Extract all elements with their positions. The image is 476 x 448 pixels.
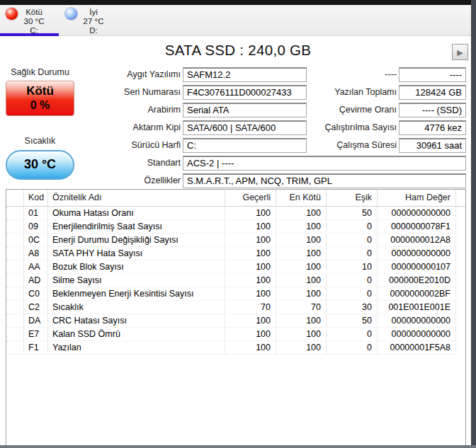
cell-worst: 100 — [276, 234, 327, 247]
drive-tab-c[interactable]: Kötü 30 °C C: — [0, 5, 60, 36]
info-field-label: Standart — [85, 156, 181, 171]
temperature-indicator[interactable]: 30 °C — [6, 150, 74, 180]
cell-raw: 0000000078F1 — [378, 220, 456, 234]
info-field-value: C: — [183, 138, 307, 153]
cell-current: 100 — [225, 287, 276, 301]
cell-kod: C2 — [24, 301, 48, 314]
table-header-filler — [456, 190, 465, 206]
temperature-section-label: Sıcaklık — [6, 136, 74, 146]
cell-raw: 000000000000 — [378, 207, 456, 220]
info-field-label: ---- — [301, 67, 397, 82]
cell-filler — [456, 207, 465, 220]
cell-filler — [456, 287, 465, 301]
table-row[interactable]: 0CEnerji Durumu Değişikliği Sayısı100100… — [6, 234, 465, 247]
table-body: 01Okuma Hatası Oranı10010050000000000000… — [6, 207, 465, 355]
cell-kod: DA — [24, 314, 48, 328]
info-field-label: Çalışma Süresi — [301, 138, 397, 153]
info-field-value: ---- — [399, 67, 466, 82]
smart-attribute-table: KodÖznitelik AdıGeçerliEn KötüEşikHam De… — [6, 189, 466, 446]
info-field-value: SAFM12.2 — [183, 67, 307, 82]
tab-temperature-label: 27 °C — [69, 17, 118, 26]
cell-worst: 100 — [276, 287, 327, 301]
info-field-label: Aygıt Yazılımı — [85, 67, 181, 82]
info-field-value: 30961 saat — [399, 138, 466, 153]
cell-threshold: 0 — [327, 287, 378, 301]
cell-current: 100 — [225, 247, 276, 260]
next-drive-button[interactable]: ▶ — [452, 44, 468, 60]
health-section-label: Sağlık Durumu — [6, 67, 74, 77]
cell-filler — [456, 247, 465, 260]
tab-status-label: Kötü — [10, 8, 58, 17]
cell-current: 100 — [225, 328, 276, 341]
info-field-value: Serial ATA — [183, 103, 307, 117]
cell-current: 100 — [225, 314, 276, 328]
cell-status-icon — [6, 247, 24, 260]
cell-worst: 70 — [276, 301, 327, 314]
cell-name: SATA PHY Hata Sayısı — [48, 247, 225, 260]
table-row[interactable]: C2Sıcaklık707030001E001E001E — [6, 301, 465, 314]
crystaldiskinfo-window: Kötü 30 °C C: İyi 27 °C D: SATA SSD : 24… — [0, 0, 476, 448]
cell-raw: 0000000012A8 — [378, 234, 456, 247]
table-header-current[interactable]: Geçerli — [225, 190, 276, 206]
table-row[interactable]: A8SATA PHY Hata Sayısı100100000000000000… — [6, 247, 465, 260]
table-row[interactable]: ADSilme Sayısı1001000000000E2010D — [6, 274, 465, 287]
cell-kod: AA — [24, 260, 48, 274]
table-row[interactable]: 09Enerjilendirilmiş Saat Sayısı100100000… — [6, 220, 465, 234]
table-header-row: KodÖznitelik AdıGeçerliEn KötüEşikHam De… — [6, 190, 465, 207]
info-field-value: F4C3076111D000027433 — [183, 85, 307, 100]
info-field-value: 4776 kez — [399, 120, 466, 135]
cell-current: 100 — [225, 341, 276, 355]
table-row[interactable]: F1Yazılan100100000000001F5A8 — [6, 341, 465, 355]
info-field-label: Çalıştırılma Sayısı — [301, 120, 397, 135]
cell-raw: 0000000002BF — [378, 287, 456, 301]
cell-name: Beklenmeyen Enerji Kesintisi Sayısı — [48, 287, 225, 301]
cell-raw: 00000001F5A8 — [378, 341, 456, 355]
table-row[interactable]: DACRC Hatası Sayısı10010050000000000000 — [6, 314, 465, 328]
table-row[interactable]: E7Kalan SSD Ömrü1001000000000000000 — [6, 328, 465, 341]
drive-tab-bar: Kötü 30 °C C: İyi 27 °C D: — [0, 5, 471, 36]
cell-name: CRC Hatası Sayısı — [48, 314, 225, 328]
cell-current: 100 — [225, 274, 276, 287]
cell-kod: AD — [24, 274, 48, 287]
info-field-label: Aktarım Kipi — [85, 120, 181, 135]
cell-current: 100 — [225, 260, 276, 274]
cell-filler — [456, 314, 465, 328]
cell-name: Sıcaklık — [48, 301, 225, 314]
info-field-label: Sürücü Harfi — [85, 138, 181, 153]
cell-worst: 100 — [276, 314, 327, 328]
info-field-value: S.M.A.R.T., APM, NCQ, TRIM, GPL — [183, 173, 466, 188]
cell-name: Okuma Hatası Oranı — [48, 207, 225, 220]
cell-status-icon — [6, 328, 24, 341]
cell-kod: 01 — [24, 207, 48, 220]
drive-tab-d[interactable]: İyi 27 °C D: — [60, 5, 119, 36]
info-field-label: Çevirme Oranı — [301, 103, 397, 117]
table-header-raw-value[interactable]: Ham Değer — [378, 190, 456, 206]
info-field-label: Seri Numarası — [85, 85, 181, 100]
table-header-status-icon-column[interactable] — [6, 190, 24, 206]
table-row[interactable]: AABozuk Blok Sayısı10010010000000000107 — [6, 260, 465, 274]
cell-kod: C0 — [24, 287, 48, 301]
table-header-threshold[interactable]: Eşik — [327, 190, 378, 206]
temperature-value: 30 °C — [24, 157, 56, 171]
window-bottom-edge — [0, 445, 476, 448]
cell-filler — [456, 328, 465, 341]
cell-threshold: 0 — [327, 234, 378, 247]
cell-worst: 100 — [276, 274, 327, 287]
table-header-worst[interactable]: En Kötü — [276, 190, 327, 206]
cell-threshold: 0 — [327, 247, 378, 260]
cell-worst: 100 — [276, 220, 327, 234]
info-field-label: Arabirim — [85, 103, 181, 117]
cell-name: Enerji Durumu Değişikliği Sayısı — [48, 234, 225, 247]
cell-name: Silme Sayısı — [48, 274, 225, 287]
table-header-attribute-name[interactable]: Öznitelik Adı — [48, 190, 225, 206]
window-right-edge — [471, 0, 476, 448]
table-header-kod[interactable]: Kod — [24, 190, 48, 206]
health-status-button[interactable]: Kötü 0 % — [6, 81, 74, 116]
table-row[interactable]: C0Beklenmeyen Enerji Kesintisi Sayısı100… — [6, 287, 465, 301]
cell-status-icon — [6, 234, 24, 247]
play-icon: ▶ — [457, 48, 463, 57]
tab-status-label: İyi — [69, 8, 118, 17]
health-status-text: Kötü — [6, 84, 74, 98]
cell-current: 100 — [225, 207, 276, 220]
table-row[interactable]: 01Okuma Hatası Oranı10010050000000000000 — [6, 207, 465, 220]
